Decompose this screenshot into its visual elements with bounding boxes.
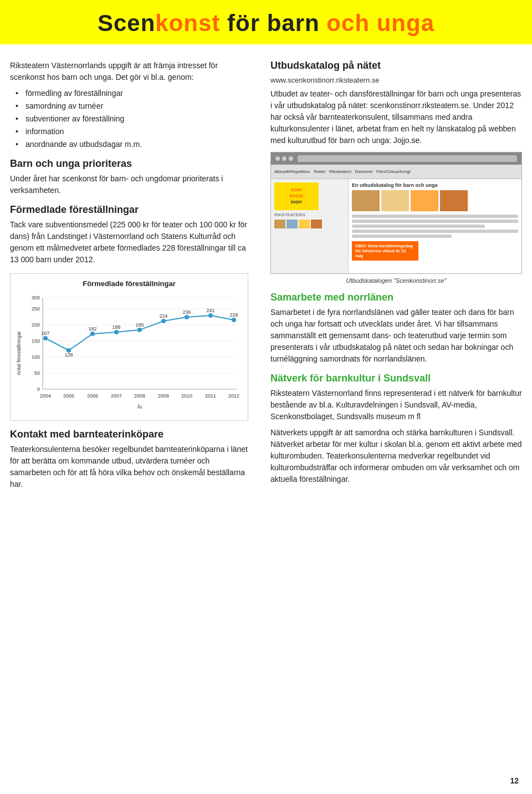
title-barn: barn [267, 10, 320, 36]
svg-text:182: 182 [88, 326, 96, 332]
datapoint-2010 [185, 315, 189, 319]
url-text: www.scenkonstinorr.riksteatern.se [270, 75, 522, 86]
content-area: Riksteatern Västernorrlands uppgift är a… [0, 54, 532, 495]
screenshot-thumb-3 [411, 190, 438, 211]
datapoint-2006 [90, 332, 95, 336]
svg-text:224: 224 [159, 313, 167, 319]
screenshot-left-panel: scen konst inorr RIKSTEATERN [271, 179, 349, 273]
svg-text:2009: 2009 [158, 393, 169, 399]
svg-text:236: 236 [182, 309, 191, 315]
chart-title: Förmedlade föreställningar [15, 279, 243, 288]
thumb-s-2 [287, 220, 298, 228]
screenshot-image-row [352, 190, 518, 211]
screenshot-thumbnails-left [274, 220, 345, 228]
screenshot-url-bar [298, 155, 517, 162]
svg-text:228: 228 [229, 312, 238, 318]
chart-line [45, 315, 234, 350]
screenshot-orange-cta: OBS! Sista beställningsdag för hösterns … [352, 241, 418, 261]
screenshot-riksteatern-label: RIKSTEATERN [274, 212, 345, 217]
text-line-1 [352, 215, 518, 218]
nav-item-3: Riksteatern [329, 169, 351, 174]
svg-text:2004: 2004 [40, 393, 51, 399]
svg-text:195: 195 [135, 322, 144, 328]
text-line-5 [352, 235, 452, 238]
chart-svg-element: Antal föreställningar 0 [15, 292, 242, 414]
natverk-text1: Riksteatern Västernorrland finns represe… [270, 388, 522, 423]
bullet-item-2: samordning av turnéer [16, 100, 252, 112]
datapoint-2011 [208, 313, 213, 318]
nav-item-4: Dansörer [355, 169, 373, 174]
screenshot-body: scen konst inorr RIKSTEATERN [271, 179, 521, 273]
svg-text:200: 200 [32, 322, 40, 328]
thumb-s-4 [311, 220, 322, 228]
bullet-item-1: förmedling av föreställningar [16, 88, 252, 99]
screenshot-thumb-1 [352, 190, 380, 211]
datapoint-2008 [137, 328, 142, 332]
screenshot-nav-bar: Aktuellt/Repetition Teater Riksteatern D… [271, 165, 521, 179]
bullet-item-3: subventioner av föreställning [16, 113, 252, 125]
thumb-s-3 [299, 220, 310, 228]
screenshot-thumb-4 [440, 190, 468, 211]
formedlade-text: Tack vare subventionsmedel (225 000 kr f… [10, 219, 252, 266]
svg-text:250: 250 [32, 306, 40, 312]
screenshot-browser-bar [271, 152, 521, 165]
svg-text:167: 167 [41, 330, 49, 336]
page-wrapper: Scenkonst för barn och unga Riksteatern … [0, 0, 532, 794]
title-scen: Scen [98, 10, 155, 36]
intro-paragraph: Riksteatern Västernorrlands uppgift är a… [10, 60, 252, 83]
screenshot-caption: Utbudskatalogen "Scenkonstinorr.se" [270, 277, 522, 284]
samarbete-heading: Samarbete med norrlänen [270, 292, 522, 303]
svg-text:2010: 2010 [181, 393, 192, 399]
text-line-3 [352, 225, 485, 228]
thumb-s-1 [274, 220, 285, 228]
screenshot-dot-2 [282, 156, 287, 161]
svg-text:2007: 2007 [111, 393, 122, 399]
title-och: och [320, 10, 377, 36]
utbudskatalog-text: Utbudet av teater- och dansföreställning… [270, 88, 522, 146]
datapoint-2007 [114, 330, 119, 334]
svg-text:188: 188 [112, 324, 120, 330]
formedlade-heading: Förmedlade föreställningar [10, 204, 252, 216]
svg-text:300: 300 [32, 295, 40, 301]
svg-text:150: 150 [32, 338, 40, 344]
datapoint-2004 [43, 336, 48, 340]
screenshot-main-panel: En utbudskatalog för barn och unga [349, 179, 521, 273]
nav-item-2: Teater [313, 169, 325, 174]
screenshot-box: Aktuellt/Repetition Teater Riksteatern D… [270, 152, 522, 274]
screenshot-dot-3 [289, 156, 293, 161]
left-column: Riksteatern Västernorrlands uppgift är a… [10, 54, 265, 495]
page-title: Scenkonst för barn och unga [6, 10, 526, 37]
page-number: 12 [510, 776, 519, 785]
bullet-item-4: information [16, 126, 252, 138]
bullet-item-5: anordnande av utbudsdagar m.m. [16, 139, 252, 150]
screenshot-thumb-2 [381, 190, 409, 211]
kontakt-text: Teaterkonsulenterna besöker regelbundet … [10, 444, 252, 490]
bullet-list: förmedling av föreställningar samordning… [16, 88, 252, 150]
title-konst: konst [155, 10, 220, 36]
svg-text:2005: 2005 [63, 393, 74, 399]
screenshot-inner: Aktuellt/Repetition Teater Riksteatern D… [271, 152, 521, 273]
svg-text:2006: 2006 [87, 393, 98, 399]
barn-unga-heading: Barn och unga prioriteras [10, 158, 252, 170]
page-header: Scenkonst för barn och unga [0, 0, 532, 44]
chart-svg: Antal föreställningar 0 [15, 292, 243, 416]
svg-text:År: År [137, 404, 142, 410]
svg-text:2011: 2011 [205, 393, 216, 399]
samarbete-text: Samarbetet i de fyra norrlandslänen vad … [270, 307, 522, 365]
screenshot-logo: scen konst inorr [274, 182, 319, 210]
title-for: för [220, 10, 267, 36]
natverk-text2: Nätverkets uppgift är att samordna och s… [270, 427, 522, 485]
datapoint-2012 [232, 318, 236, 322]
screenshot-text-block [352, 215, 518, 238]
svg-text:128: 128 [64, 352, 73, 358]
svg-text:2008: 2008 [134, 393, 145, 399]
title-unga: unga [377, 10, 434, 36]
kontakt-heading: Kontakt med barnteaterinköpare [10, 429, 252, 440]
chart-container: Förmedlade föreställningar Antal förestä… [10, 273, 248, 421]
nav-item-1: Aktuellt/Repetition [274, 169, 310, 174]
orange-box-text: OBS! Sista beställningsdag för hösterns … [355, 243, 415, 258]
datapoint-2009 [161, 319, 166, 323]
text-line-2 [352, 220, 518, 223]
svg-text:50: 50 [34, 370, 40, 376]
screenshot-main-title: En utbudskatalog för barn och unga [352, 182, 518, 188]
